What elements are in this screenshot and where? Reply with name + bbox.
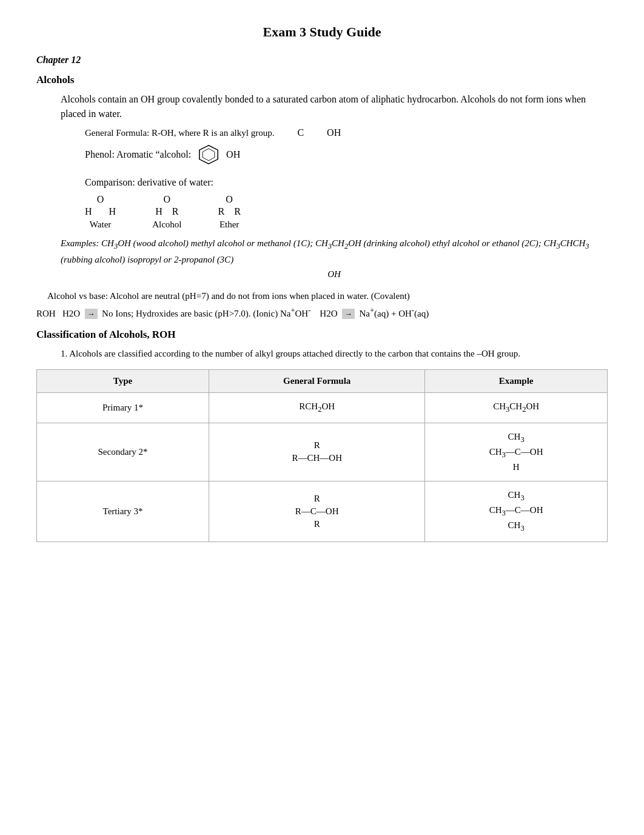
secondary-chain: R—CH—OH [292,453,342,463]
tertiary-ex-chain: CH3—C—OH [489,505,543,518]
table-row-tertiary: Tertiary 3* R R—C—OH R CH3 CH3—C—OH CH3 [37,481,608,542]
tertiary-formula: R R—C—OH R [209,481,425,542]
comparison-molecules: O H H Water O H R Alcohol O R R Ether [85,194,608,230]
water-bonds: H H [85,206,116,217]
benzene-ring-icon [197,143,220,166]
secondary-ex-chain: CH3—C—OH [489,447,543,460]
arrow-badge: → [342,309,355,319]
tertiary-chain: R—C—OH [295,506,339,517]
section-alcohols-title: Alcohols [36,74,608,86]
tertiary-example: CH3 CH3—C—OH CH3 [425,481,608,542]
col-example: Example [425,369,608,392]
tertiary-type: Tertiary 3* [37,481,209,542]
alcohol-bonds: H R [155,206,178,217]
secondary-type: Secondary 2* [37,423,209,481]
primary-formula: RCH2OH [209,392,425,423]
secondary-example-struct: CH3 CH3—C—OH H [435,432,597,472]
ether-r-right: R [234,206,241,217]
ether-oxygen: O [226,194,233,205]
table-row-secondary: Secondary 2* R R—CH—OH CH3 CH3—C—OH H [37,423,608,481]
c-symbol: C [297,127,304,138]
alcohol-classification-table: Type General Formula Example Primary 1* … [36,369,608,542]
ether-label: Ether [220,220,239,230]
water-oxygen: O [97,194,104,205]
col-type: Type [37,369,209,392]
alcohol-vs-text: Alcohol vs base: Alcohol are neutral (pH… [36,289,608,321]
classification-title: Classification of Alcohols, ROH [36,329,608,341]
general-formula-text: General Formula: R-OH, where R is an alk… [85,128,274,138]
ether-bonds: R R [218,206,240,217]
tertiary-formula-struct: R R—C—OH R [219,494,415,529]
water-h-left: H [85,206,92,217]
alcohol-h-left: H [155,206,163,217]
oh-symbol: OH [327,127,341,138]
secondary-ex-h-bottom: H [513,462,520,472]
secondary-example: CH3 CH3—C—OH H [425,423,608,481]
svg-marker-1 [203,149,215,161]
col-formula: General Formula [209,369,425,392]
secondary-r-top: R [314,440,320,451]
molecule-water: O H H Water [85,194,116,230]
alcohols-intro: Alcohols contain an OH group covalently … [61,92,608,121]
molecule-alcohol: O H R Alcohol [152,194,181,230]
ether-r-left: R [218,206,224,217]
no-ions-badge: → [85,309,98,319]
examples-line1: Examples: CH3OH (wood alcohol) methyl al… [61,236,608,267]
oh-label-phenol: OH [226,149,240,160]
phenol-label: Phenol: Aromatic “alcohol: [85,149,191,160]
water-label: Water [90,220,111,230]
water-h-right: H [109,206,116,217]
secondary-ex-ch3-top: CH3 [508,432,525,444]
general-formula-line: General Formula: R-OH, where R is an alk… [85,127,608,138]
comparison-area: Comparison: derivative of water: O H H W… [85,177,608,230]
tertiary-ex-ch3-bottom: CH3 [508,520,525,533]
oh-below-examples: OH [61,267,608,281]
alcohol-oxygen: O [164,194,171,205]
alcohol-r: R [172,206,179,217]
tertiary-r-top: R [314,494,320,504]
svg-marker-0 [200,146,218,164]
tertiary-example-struct: CH3 CH3—C—OH CH3 [435,490,597,533]
examples-block: Examples: CH3OH (wood alcohol) methyl al… [61,236,608,281]
molecule-ether: O R R Ether [218,194,240,230]
primary-example: CH3CH2OH [425,392,608,423]
table-row-primary: Primary 1* RCH2OH CH3CH2OH [37,392,608,423]
phenol-line: Phenol: Aromatic “alcohol: OH [85,143,608,166]
alcohol-label: Alcohol [152,220,181,230]
primary-type: Primary 1* [37,392,209,423]
classification-intro: 1. Alcohols are classified according to … [61,347,608,361]
page-title: Exam 3 Study Guide [36,24,608,40]
secondary-formula-struct: R R—CH—OH [219,440,415,463]
chapter-label: Chapter 12 [36,55,608,65]
tertiary-ex-ch3-top: CH3 [508,490,525,503]
tertiary-r-bottom: R [314,519,320,529]
table-header-row: Type General Formula Example [37,369,608,392]
comparison-label: Comparison: derivative of water: [85,177,608,188]
secondary-formula: R R—CH—OH [209,423,425,481]
